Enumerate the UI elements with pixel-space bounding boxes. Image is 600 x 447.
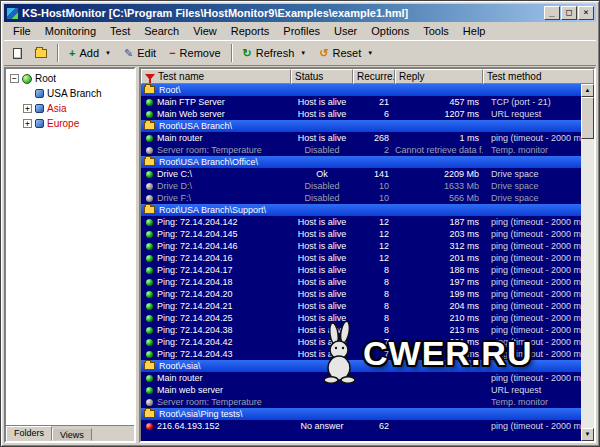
test-row[interactable]: Ping: 72.14.204.20Host is alive8199 mspi… xyxy=(141,288,581,300)
menu-item-user[interactable]: User xyxy=(327,23,364,39)
tree-item-usa-branch[interactable]: USA Branch xyxy=(6,86,134,101)
folder-node-icon xyxy=(35,104,44,113)
test-row[interactable]: Main FTP ServerHost is alive21457 msTCP … xyxy=(141,96,581,108)
test-row[interactable]: Main web serverURL request xyxy=(141,384,581,396)
cell-status: No answer xyxy=(291,420,353,432)
reset-button-label: Reset xyxy=(332,47,361,59)
cell-reply: 187 ms xyxy=(395,216,483,228)
tab-folders[interactable]: Folders xyxy=(6,426,52,441)
scroll-down-icon[interactable]: ▼ xyxy=(581,428,594,441)
status-icon-cell xyxy=(141,384,157,396)
tree-item-europe[interactable]: +Europe xyxy=(6,116,134,131)
folder-node-icon xyxy=(35,89,44,98)
cell-recurrences: 12 xyxy=(353,252,395,264)
test-row[interactable]: Ping: 72.14.204.142Host is alive12187 ms… xyxy=(141,216,581,228)
test-row[interactable]: Drive D:\Disabled101633 MbDrive space xyxy=(141,180,581,192)
add-dropdown-icon: ▼ xyxy=(105,50,111,56)
status-icon-cell xyxy=(141,372,157,384)
menu-item-tools[interactable]: Tools xyxy=(416,23,456,39)
test-row[interactable]: Main routerping (timeout - 2000 ms) xyxy=(141,372,581,384)
test-row[interactable]: Main routerHost is alive2681 msping (tim… xyxy=(141,132,581,144)
menu-item-view[interactable]: View xyxy=(186,23,224,39)
test-row[interactable]: Drive C:\Ok1412209 MbDrive space xyxy=(141,168,581,180)
cell-test-name: Main FTP Server xyxy=(157,96,291,108)
menu-item-monitoring[interactable]: Monitoring xyxy=(38,23,103,39)
folder-row[interactable]: Root\USA Branch\Support\ xyxy=(141,204,581,216)
status-led-icon xyxy=(146,147,153,154)
test-row[interactable]: Ping: 72.14.204.17Host is alive8188 mspi… xyxy=(141,264,581,276)
cell-status: Host is alive xyxy=(291,252,353,264)
menu-item-profiles[interactable]: Profiles xyxy=(276,23,327,39)
status-icon-cell xyxy=(141,144,157,156)
column-header-reply[interactable]: Reply xyxy=(395,69,483,84)
menu-item-options[interactable]: Options xyxy=(364,23,416,39)
menu-item-help[interactable]: Help xyxy=(456,23,493,39)
test-row[interactable]: Drive F:\Disabled10566 MbDrive space xyxy=(141,192,581,204)
collapse-icon[interactable]: − xyxy=(10,74,19,83)
folder-row[interactable]: Root\Asia\Ping tests\ xyxy=(141,408,581,420)
expand-icon[interactable]: + xyxy=(23,104,32,113)
vertical-scrollbar[interactable]: ▲ ▼ xyxy=(581,84,594,441)
column-header-status[interactable]: Status xyxy=(291,69,353,84)
cell-reply: 312 ms xyxy=(395,240,483,252)
cell-status: Host is alive xyxy=(291,96,353,108)
cell-test-method: ping (timeout - 2000 ms) xyxy=(483,240,581,252)
test-row[interactable]: Ping: 72.14.204.16Host is alive12201 msp… xyxy=(141,252,581,264)
maximize-button[interactable]: □ xyxy=(561,6,577,20)
test-row[interactable]: Main Web serverHost is alive61207 msURL … xyxy=(141,108,581,120)
cell-test-method: ping (timeout - 2000 ms) xyxy=(483,312,581,324)
test-row[interactable]: Ping: 72.14.204.38Host is alive8213 mspi… xyxy=(141,324,581,336)
app-icon xyxy=(6,7,19,20)
cell-recurrences: 21 xyxy=(353,96,395,108)
toolbar-separator xyxy=(57,44,59,62)
close-button[interactable]: × xyxy=(578,6,594,20)
edit-button[interactable]: ✎ Edit xyxy=(118,45,162,61)
scrollbar-thumb[interactable] xyxy=(581,97,594,139)
tab-views[interactable]: Views xyxy=(52,428,92,441)
minimize-button[interactable]: _ xyxy=(544,6,560,20)
column-header-test-method[interactable]: Test method xyxy=(483,69,594,84)
remove-button[interactable]: − Remove xyxy=(163,45,226,61)
cell-test-name: Ping: 72.14.204.25 xyxy=(157,312,291,324)
folder-row[interactable]: Root\Asia\ xyxy=(141,360,581,372)
open-file-button[interactable] xyxy=(29,47,53,60)
cell-recurrences: 10 xyxy=(353,192,395,204)
expand-icon[interactable]: + xyxy=(23,119,32,128)
test-row[interactable]: Ping: 72.14.204.42Host is alive7221 mspi… xyxy=(141,336,581,348)
toolbar-separator xyxy=(231,44,233,62)
folder-path: Root\USA Branch\ xyxy=(159,120,232,132)
test-row[interactable]: Server room: TemperatureDisabled2Cannot … xyxy=(141,144,581,156)
test-list: Root\Main FTP ServerHost is alive21457 m… xyxy=(141,84,581,441)
test-row[interactable]: Ping: 72.14.204.43Host is alive7193 mspi… xyxy=(141,348,581,360)
scroll-up-icon[interactable]: ▲ xyxy=(581,84,594,97)
titlebar[interactable]: KS-HostMonitor [C:\Program Files\HostMon… xyxy=(4,4,596,22)
new-file-button[interactable] xyxy=(7,46,28,61)
menu-item-file[interactable]: File xyxy=(6,23,38,39)
folder-path: Root\Asia\ xyxy=(159,360,201,372)
folder-row[interactable]: Root\USA Branch\ xyxy=(141,120,581,132)
refresh-button-label: Refresh xyxy=(256,47,295,59)
add-button[interactable]: + Add ▼ xyxy=(63,45,117,61)
test-row[interactable]: 216.64.193.152No answer62ping (timeout -… xyxy=(141,420,581,432)
refresh-button[interactable]: ↻ Refresh ▼ xyxy=(237,45,313,61)
tree-item-root[interactable]: −Root xyxy=(6,71,134,86)
reset-button[interactable]: ↺ Reset ▼ xyxy=(313,45,379,61)
test-row[interactable]: Server room: TemperatureTemp. monitor xyxy=(141,396,581,408)
test-row[interactable]: Ping: 72.14.204.145Host is alive12203 ms… xyxy=(141,228,581,240)
folder-row[interactable]: Root\ xyxy=(141,84,581,96)
test-row[interactable]: Ping: 72.14.204.21Host is alive8204 mspi… xyxy=(141,300,581,312)
folder-row[interactable]: Root\USA Branch\Office\ xyxy=(141,156,581,168)
menu-item-search[interactable]: Search xyxy=(137,23,186,39)
cell-test-name: Ping: 72.14.204.146 xyxy=(157,240,291,252)
test-row[interactable]: Ping: 72.14.204.25Host is alive8210 mspi… xyxy=(141,312,581,324)
column-header-test-name[interactable]: Test name xyxy=(141,69,291,84)
test-row[interactable]: Ping: 72.14.204.146Host is alive12312 ms… xyxy=(141,240,581,252)
test-row[interactable]: Ping: 72.14.204.18Host is alive8197 mspi… xyxy=(141,276,581,288)
tree-item-asia[interactable]: +Asia xyxy=(6,101,134,116)
menu-item-reports[interactable]: Reports xyxy=(224,23,277,39)
cell-reply: 199 ms xyxy=(395,288,483,300)
menu-item-test[interactable]: Test xyxy=(103,23,137,39)
column-header-recurrences[interactable]: Recurre... xyxy=(353,69,395,84)
refresh-icon: ↻ xyxy=(243,48,252,59)
cell-test-method: ping (timeout - 2000 ms) xyxy=(483,348,581,360)
